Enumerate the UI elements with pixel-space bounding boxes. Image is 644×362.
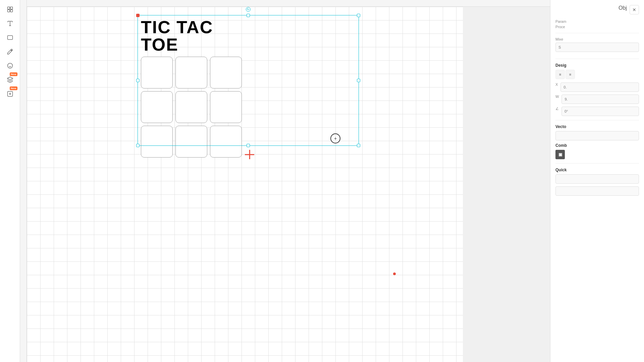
combine-row: ▣	[555, 150, 639, 159]
components-icon[interactable]: New	[4, 74, 16, 86]
selection-box	[138, 15, 359, 146]
divider-4	[555, 163, 639, 164]
x-row: X	[555, 82, 639, 92]
divider-1	[555, 33, 639, 33]
panel-top-icons: Obj	[555, 5, 639, 14]
handle-top-left[interactable]	[136, 14, 140, 17]
design-label: Desig	[555, 63, 639, 68]
left-sidebar: New New	[0, 0, 20, 362]
text-icon[interactable]	[4, 17, 16, 29]
new-badge-components: New	[10, 72, 17, 76]
grid-cell-2-2[interactable]	[210, 126, 242, 158]
grid-cell-0-1[interactable]	[175, 57, 207, 88]
handle-bottom-left[interactable]	[136, 144, 140, 147]
angle-input[interactable]	[561, 107, 639, 116]
divider-2	[555, 59, 639, 59]
quick-input-1[interactable]	[555, 174, 639, 184]
ai-icon[interactable]: New	[4, 88, 16, 100]
params-label: Param	[555, 19, 639, 23]
svg-rect-4	[7, 36, 12, 40]
game-title: TIC TAC TOE	[141, 18, 241, 53]
panel-icon-btn-1[interactable]	[630, 5, 639, 14]
main-canvas-area: TIC TAC TOE	[20, 0, 550, 362]
quick-input-2[interactable]	[555, 186, 639, 196]
svg-rect-3	[10, 10, 12, 12]
design-tab-row: ≡ ≡	[555, 70, 639, 79]
canvas[interactable]: TIC TAC TOE	[27, 7, 463, 362]
quick-label: Quick	[555, 168, 639, 172]
svg-rect-1	[10, 7, 12, 9]
mixed-label: Mixe	[555, 37, 639, 41]
tic-tac-toe-grid	[141, 57, 241, 158]
red-dot-bottom-right	[393, 273, 396, 275]
angle-icon: ∠	[555, 107, 559, 115]
move-cursor	[330, 133, 340, 143]
handle-mid-left[interactable]	[136, 79, 140, 82]
grid-cell-2-1[interactable]	[175, 126, 207, 158]
vector-input[interactable]	[555, 131, 639, 140]
new-badge-ai: New	[10, 86, 17, 90]
svg-point-5	[7, 63, 12, 68]
grid-cell-0-2[interactable]	[210, 57, 242, 88]
pen-icon[interactable]	[4, 46, 16, 58]
rotation-handle[interactable]	[246, 7, 251, 12]
grid-cell-1-1[interactable]	[175, 91, 207, 123]
x-label: X	[555, 82, 558, 90]
svg-rect-0	[7, 7, 10, 9]
handle-top-right[interactable]	[357, 14, 360, 17]
divider-3	[555, 120, 639, 120]
combine-btn-icon: ▣	[558, 152, 562, 157]
obj-section-title: Obj	[619, 5, 627, 14]
handle-mid-right[interactable]	[357, 79, 360, 82]
ruler-top	[20, 0, 550, 7]
process-label: Proce	[555, 25, 639, 29]
combine-label: Comb	[555, 143, 639, 148]
sticker-icon[interactable]	[4, 60, 16, 72]
select-input[interactable]	[555, 43, 639, 52]
grid-cell-1-2[interactable]	[210, 91, 242, 123]
combine-btn[interactable]: ▣	[555, 150, 565, 159]
handle-bottom-right[interactable]	[357, 144, 360, 147]
grid-cell-2-0[interactable]	[141, 126, 173, 158]
tab-align-center[interactable]: ≡	[566, 70, 575, 79]
vector-label: Vecto	[555, 124, 639, 129]
grid-cell-1-0[interactable]	[141, 91, 173, 123]
layers-icon[interactable]	[4, 3, 16, 15]
handle-top-center[interactable]	[247, 14, 250, 17]
grid-cell-0-0[interactable]	[141, 57, 173, 88]
game-content: TIC TAC TOE	[138, 15, 245, 161]
right-panel: Obj Param Proce Mixe Desig ≡ ≡ X W ∠ Vec…	[550, 0, 644, 362]
w-input[interactable]	[561, 95, 639, 104]
ruler-left	[20, 0, 27, 362]
cross-cursor	[245, 150, 254, 159]
canvas-wrapper[interactable]: TIC TAC TOE	[27, 7, 550, 362]
angle-row: ∠	[555, 107, 639, 116]
tab-align-left[interactable]: ≡	[555, 70, 565, 79]
svg-rect-2	[7, 10, 10, 12]
w-label: W	[555, 95, 559, 103]
w-row: W	[555, 95, 639, 104]
rectangle-icon[interactable]	[4, 32, 16, 44]
handle-bottom-center[interactable]	[247, 144, 250, 147]
x-input[interactable]	[560, 82, 639, 92]
